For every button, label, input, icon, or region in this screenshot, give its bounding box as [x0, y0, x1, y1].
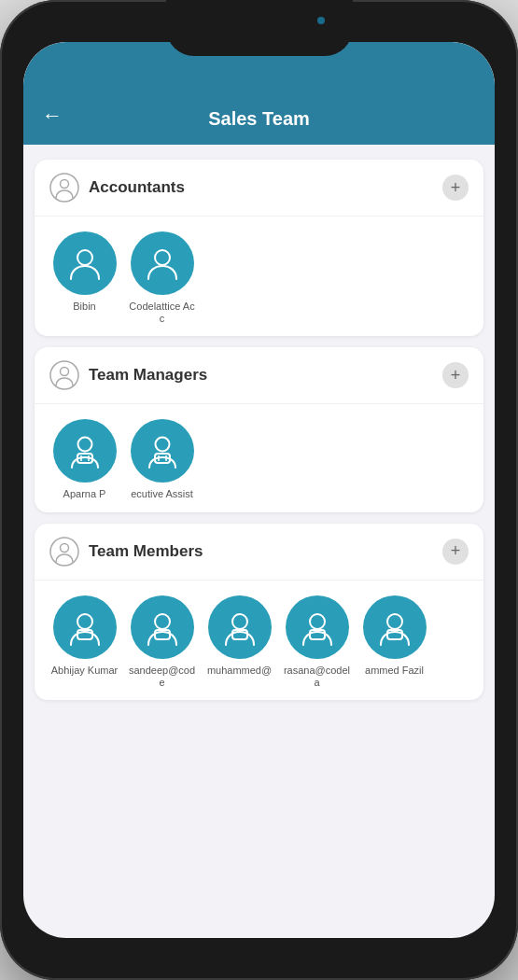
- team-managers-members-grid: Aparna P ecutive Assist: [35, 404, 483, 511]
- list-item[interactable]: Abhijay Kumar: [49, 595, 119, 689]
- member-name: Codelattice Acc: [127, 301, 197, 325]
- avatar: [286, 595, 349, 659]
- back-button[interactable]: ←: [42, 104, 63, 130]
- accountants-section: Accountants + Bibin: [35, 160, 483, 336]
- member-name: ecutive Assist: [131, 488, 193, 500]
- avatar: [53, 595, 117, 659]
- team-members-section: Team Members + Abhijay Kumar: [35, 524, 483, 700]
- phone-screen: ← Sales Team Accountants +: [23, 42, 495, 938]
- main-content: Accountants + Bibin: [23, 145, 495, 938]
- member-name: muhammed@: [207, 665, 272, 677]
- avatar: [131, 231, 194, 295]
- svg-point-20: [232, 614, 247, 629]
- team-members-header: Team Members +: [35, 524, 483, 581]
- svg-point-15: [61, 543, 69, 552]
- svg-point-24: [387, 614, 402, 629]
- team-managers-section: Team Managers +: [35, 347, 483, 511]
- team-members-icon: [49, 537, 79, 567]
- accountants-icon: [49, 173, 79, 203]
- svg-point-16: [77, 614, 92, 629]
- list-item[interactable]: ammed Fazil: [359, 595, 429, 689]
- accountants-header: Accountants +: [35, 160, 483, 217]
- accountants-add-button[interactable]: +: [442, 175, 469, 201]
- svg-point-10: [155, 438, 169, 452]
- team-managers-icon: [49, 360, 79, 390]
- team-managers-title: Team Managers: [89, 366, 442, 385]
- svg-point-6: [77, 438, 91, 452]
- notch: [166, 0, 353, 56]
- list-item[interactable]: muhammed@: [204, 595, 274, 689]
- member-name: Aparna P: [63, 488, 106, 500]
- svg-point-22: [310, 614, 325, 629]
- avatar: [208, 595, 272, 659]
- svg-point-1: [61, 180, 69, 189]
- avatar: [363, 595, 427, 659]
- app-header: ← Sales Team: [23, 42, 495, 145]
- team-managers-add-button[interactable]: +: [442, 362, 469, 388]
- status-dot: [317, 17, 325, 24]
- svg-point-5: [61, 368, 69, 376]
- member-name: Abhijay Kumar: [51, 665, 119, 677]
- team-members-add-button[interactable]: +: [442, 539, 469, 565]
- member-name: sandeep@code: [127, 665, 197, 689]
- member-name: rasana@codela: [282, 665, 352, 689]
- svg-point-2: [77, 250, 92, 265]
- accountants-members-grid: Bibin Codelattice Acc: [35, 217, 483, 336]
- list-item[interactable]: Bibin: [49, 231, 119, 325]
- list-item[interactable]: sandeep@code: [127, 595, 197, 689]
- avatar: [53, 419, 117, 483]
- list-item[interactable]: Aparna P: [49, 419, 119, 500]
- team-members-members-grid: Abhijay Kumar sandeep@code: [35, 581, 483, 700]
- phone-frame: ← Sales Team Accountants +: [0, 0, 518, 980]
- list-item[interactable]: rasana@codela: [282, 595, 352, 689]
- avatar: [131, 419, 194, 483]
- svg-point-3: [155, 250, 170, 265]
- team-members-title: Team Members: [89, 542, 442, 561]
- page-title: Sales Team: [74, 108, 444, 130]
- avatar: [131, 595, 194, 659]
- member-name: Bibin: [73, 301, 95, 313]
- list-item[interactable]: ecutive Assist: [127, 419, 197, 500]
- team-managers-header: Team Managers +: [35, 347, 483, 404]
- list-item[interactable]: Codelattice Acc: [127, 231, 197, 325]
- svg-point-18: [155, 614, 170, 629]
- member-name: ammed Fazil: [365, 665, 424, 677]
- avatar: [53, 231, 117, 295]
- accountants-title: Accountants: [89, 178, 442, 197]
